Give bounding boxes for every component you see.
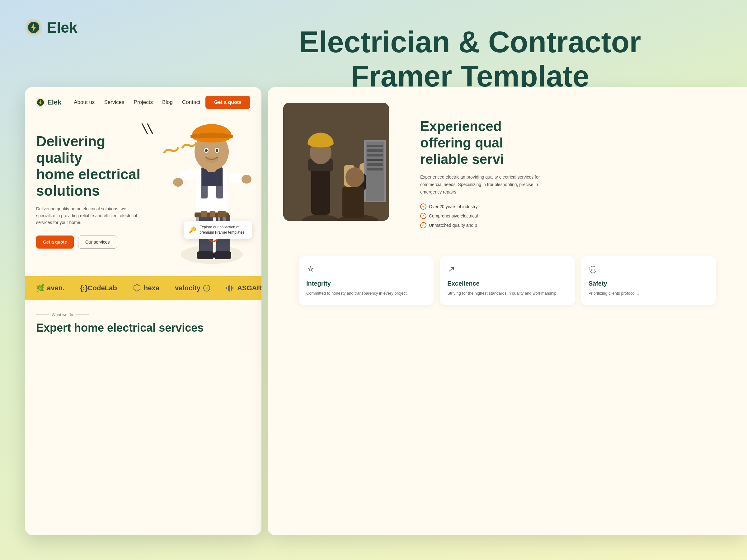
nav-cta-button[interactable]: Get a quote [205, 96, 250, 109]
brand-hexa: hexa [133, 284, 159, 292]
svg-rect-65 [342, 187, 364, 218]
about-checklist: ✓ Over 20 years of industry ✓ Comprehens… [420, 204, 716, 229]
hero-subtitle: Delivering quality home electrical solut… [36, 205, 139, 226]
value-card-excellence: Excellence Striving for the highest stan… [440, 256, 574, 305]
brand-aven-icon: 🌿 [36, 284, 45, 292]
key-icon: 🔑 [189, 226, 197, 234]
svg-rect-58 [367, 149, 383, 152]
svg-rect-16 [179, 168, 197, 181]
hero-primary-button[interactable]: Get a quote [36, 236, 74, 248]
brand-hexa-name: hexa [144, 284, 159, 292]
top-logo-text: Elek [47, 19, 77, 36]
svg-marker-36 [134, 284, 140, 291]
svg-rect-62 [367, 168, 383, 170]
safety-title: Safety [589, 280, 709, 287]
checklist-item-2: ✓ Comprehensive electrical [420, 213, 716, 219]
hero-title-line1: Delivering quality [36, 133, 105, 166]
tooltip-bubble: 🔑 Explore our collection of premium Fram… [184, 221, 252, 239]
card-nav: Elek About us Services Projects Blog Con… [25, 87, 261, 117]
svg-rect-57 [367, 145, 383, 147]
worker-svg [283, 103, 389, 221]
headline-line1: Electrician & Contractor [299, 25, 641, 58]
svg-rect-11 [214, 251, 231, 259]
main-headline: Electrician & Contractor Framer Template [218, 25, 722, 94]
svg-text:9: 9 [206, 287, 208, 290]
integrity-desc: Committed to honesty and transparency in… [306, 290, 426, 296]
hexa-icon [133, 284, 141, 292]
worker-image [283, 103, 389, 221]
nav-link-contact[interactable]: Contact [182, 99, 201, 105]
left-card: Elek About us Services Projects Blog Con… [25, 87, 261, 535]
svg-point-66 [345, 167, 364, 187]
nav-link-services[interactable]: Services [104, 99, 124, 105]
brand-codelab: {;}CodeLab [80, 284, 117, 292]
checklist-text-1: Over 20 years of industry [429, 204, 478, 209]
check-icon-3: ✓ [420, 222, 427, 229]
integrity-title: Integrity [306, 280, 426, 287]
checklist-text-3: Unmatched quality and p [429, 223, 477, 228]
card-services: What we do Expert home electrical servic… [25, 300, 261, 347]
hero-buttons: Get a quote Our services [36, 236, 154, 248]
tooltip-text: Explore our collection of premium Framer… [200, 224, 247, 235]
asgardia-icon [226, 284, 235, 292]
brand-codelab-name: {;}CodeLab [80, 284, 117, 292]
hero-title-line3: solutions [36, 183, 100, 199]
nav-link-projects[interactable]: Projects [134, 99, 153, 105]
svg-rect-61 [367, 163, 383, 166]
safety-desc: Prioritizing clients protocol... [589, 290, 709, 296]
svg-point-25 [216, 149, 218, 152]
card-nav-logo-icon [36, 98, 45, 107]
svg-point-19 [241, 175, 252, 184]
velocity-icon: 9 [203, 284, 210, 292]
check-icon-2: ✓ [420, 213, 427, 219]
top-logo-area: Elek [25, 19, 77, 36]
about-title: Experienced offering qual reliable servi [420, 118, 716, 167]
svg-rect-39 [226, 287, 227, 289]
svg-rect-40 [228, 286, 229, 291]
hero-title-line2: home electrical [36, 166, 140, 182]
svg-rect-32 [218, 211, 226, 217]
brand-asgardia: ASGARDIA [226, 284, 261, 292]
value-card-safety: Safety Prioritizing clients protocol... [581, 256, 716, 305]
hero-text: Delivering quality home electrical solut… [36, 133, 154, 248]
excellence-icon [447, 265, 567, 276]
right-card: Experienced offering qual reliable servi… [268, 87, 747, 535]
checklist-text-2: Comprehensive electrical [429, 213, 478, 218]
excellence-desc: Striving for the highest standards in qu… [447, 290, 567, 296]
checklist-item-3: ✓ Unmatched quality and p [420, 222, 716, 229]
hero-secondary-button[interactable]: Our services [78, 236, 117, 248]
svg-rect-42 [231, 286, 232, 291]
about-title-line2: offering qual [420, 135, 503, 150]
svg-rect-43 [232, 287, 233, 289]
svg-rect-60 [367, 159, 383, 161]
svg-point-26 [205, 157, 218, 163]
services-title: Expert home electrical services [36, 321, 250, 335]
brand-ticker: 🌿 aven. {;}CodeLab hexa velocity 9 [25, 276, 261, 300]
services-label: What we do [36, 312, 250, 317]
checklist-item-1: ✓ Over 20 years of industry [420, 204, 716, 210]
brand-velocity-name: velocity [175, 284, 201, 292]
safety-icon [589, 265, 709, 276]
svg-point-18 [173, 178, 183, 187]
value-card-integrity: Integrity Committed to honesty and trans… [299, 256, 434, 305]
brand-aven-name: aven. [47, 284, 65, 292]
check-icon-1: ✓ [420, 204, 427, 210]
svg-rect-41 [229, 285, 230, 292]
elek-logo-icon [25, 19, 42, 36]
svg-point-24 [205, 149, 208, 152]
right-card-content: Experienced offering qual reliable servi… [268, 87, 747, 333]
card-nav-logo-text: Elek [47, 98, 61, 106]
svg-rect-31 [210, 211, 215, 217]
slash-decoration: ╲╲ [142, 124, 153, 134]
value-cards-row: Integrity Committed to honesty and trans… [283, 256, 731, 318]
nav-link-about[interactable]: About us [74, 99, 95, 105]
brand-aven: 🌿 aven. [36, 284, 65, 292]
svg-rect-46 [311, 165, 330, 215]
svg-rect-59 [367, 154, 383, 157]
nav-link-blog[interactable]: Blog [162, 99, 173, 105]
svg-rect-10 [197, 251, 214, 259]
svg-rect-30 [201, 211, 207, 217]
about-text: Experienced offering qual reliable servi… [405, 103, 731, 244]
about-title-line1: Experienced [420, 118, 502, 134]
card-nav-logo: Elek [36, 98, 61, 107]
